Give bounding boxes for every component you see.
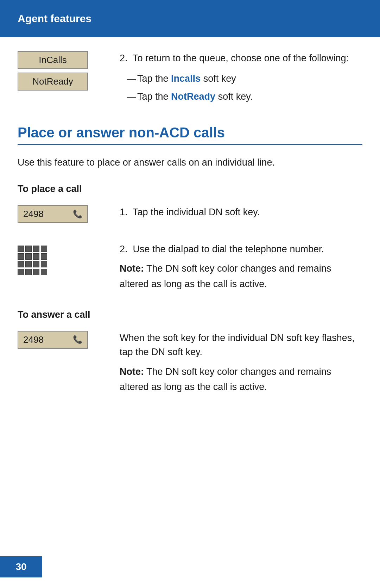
incalls-softkey[interactable]: InCalls [18, 51, 88, 69]
place-call-step2-row: 2. Use the dialpad to dial the telephone… [18, 242, 362, 292]
step2-number-label: 2. Use the dialpad to dial the telephone… [120, 242, 362, 256]
answer-call-main-text: When the soft key for the individual DN … [120, 331, 362, 359]
top-section: InCalls NotReady 2. To return to the que… [18, 51, 362, 107]
dialpad-visual [18, 242, 116, 292]
place-call-step2-text: 2. Use the dialpad to dial the telephone… [116, 242, 362, 292]
answer-call-right: When the soft key for the individual DN … [116, 331, 362, 395]
step1-content: Tap the individual DN soft key. [133, 207, 260, 217]
left-visual-softkeys: InCalls NotReady [18, 51, 116, 107]
section-description: Use this feature to place or answer call… [18, 155, 362, 170]
answer-call-dn-softkey[interactable]: 2498 📞 [18, 331, 88, 349]
answer-call-header: To answer a call [18, 309, 362, 320]
answer-call-label: To answer a call [18, 309, 362, 320]
dialpad-cell [18, 246, 24, 252]
dialpad-cell [18, 253, 24, 260]
top-section-right: 2. To return to the queue, choose one of… [116, 51, 362, 107]
answer-call-note: Note: The DN soft key color changes and … [120, 364, 362, 395]
step2-content: To return to the queue, choose one of th… [133, 53, 349, 63]
dialpad-cell [41, 253, 47, 260]
phone-icon-answer: 📞 [73, 335, 82, 344]
phone-icon: 📞 [73, 210, 82, 219]
place-call-dn-visual: 2498 📞 [18, 205, 116, 224]
place-call-step1-text: 1. Tap the individual DN soft key. [116, 205, 362, 224]
place-call-header: To place a call [18, 184, 362, 194]
dialpad-grid-area [18, 246, 116, 275]
step1-num: 1. [120, 207, 128, 217]
header-title: Agent features [18, 13, 91, 25]
place-call-step1-row: 2498 📞 1. Tap the individual DN soft key… [18, 205, 362, 224]
notready-softkey[interactable]: NotReady [18, 73, 88, 91]
bullet-incalls-highlight: Incalls [171, 73, 201, 84]
answer-call-dn-visual: 2498 📞 [18, 331, 116, 395]
dialpad-cell [18, 261, 24, 267]
page-number: 30 [15, 561, 26, 572]
dialpad-cell [41, 269, 47, 275]
dialpad-cell [33, 269, 39, 275]
return-queue-bullets: Tap the Incalls soft key Tap the NotRead… [120, 71, 362, 104]
dialpad-cell [25, 269, 32, 275]
section-heading: Place or answer non-ACD calls [18, 125, 362, 145]
step2-text: 2. To return to the queue, choose one of… [120, 51, 362, 66]
place-call-label: To place a call [18, 184, 362, 194]
page-footer: 30 [0, 556, 42, 577]
place-call-note: Note: The DN soft key color changes and … [120, 261, 362, 291]
dialpad-grid [18, 246, 116, 275]
place-call-note-text: The DN soft key color changes and remain… [120, 263, 331, 289]
bullet-notready-highlight: NotReady [171, 91, 215, 102]
bullet-incalls: Tap the Incalls soft key [127, 71, 362, 86]
dialpad-cell [41, 261, 47, 267]
step2-content: Use the dialpad to dial the telephone nu… [133, 244, 324, 254]
bullet-incalls-prefix: Tap the [137, 73, 171, 84]
dialpad-cell [41, 246, 47, 252]
place-call-dn-number: 2498 [23, 209, 44, 219]
header-bar: Agent features [0, 0, 380, 37]
step1-number-label: 1. Tap the individual DN soft key. [120, 205, 362, 219]
dialpad-cell [25, 253, 32, 260]
dialpad-cell [25, 261, 32, 267]
step2-num: 2. [120, 244, 128, 254]
bullet-notready: Tap the NotReady soft key. [127, 89, 362, 104]
answer-call-dn-number: 2498 [23, 334, 44, 345]
bullet-incalls-suffix: soft key [203, 73, 236, 84]
answer-call-note-bold: Note: [120, 366, 144, 377]
dialpad-cell [33, 246, 39, 252]
step2-number: 2. [120, 53, 128, 63]
bullet-notready-suffix: soft key. [218, 91, 253, 102]
dialpad-cell [33, 261, 39, 267]
bullet-notready-prefix: Tap the [137, 91, 171, 102]
page-content: InCalls NotReady 2. To return to the que… [0, 37, 380, 433]
dialpad-cell [33, 253, 39, 260]
place-call-dn-softkey[interactable]: 2498 📞 [18, 205, 88, 223]
dialpad-cell [25, 246, 32, 252]
answer-call-note-text: The DN soft key color changes and remain… [120, 366, 331, 392]
place-call-note-bold: Note: [120, 263, 144, 274]
dialpad-cell [18, 269, 24, 275]
answer-call-row: 2498 📞 When the soft key for the individ… [18, 331, 362, 395]
